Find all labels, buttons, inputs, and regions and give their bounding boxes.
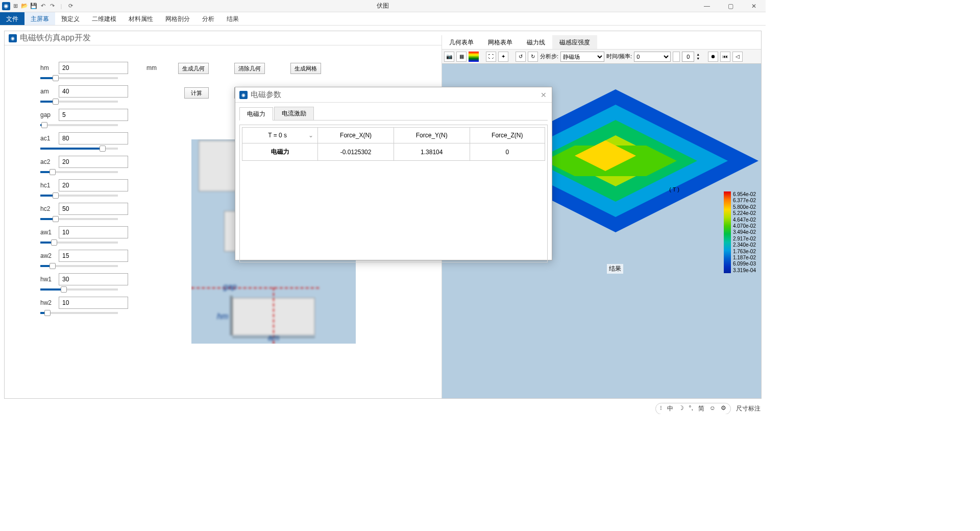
ime-lang: 中: [667, 404, 673, 413]
param-slider-ac2[interactable]: [40, 171, 118, 173]
save-icon[interactable]: 💾: [30, 2, 38, 10]
legend-labels: 6.954e-026.377e-025.800e-025.224e-024.64…: [733, 191, 756, 273]
menu-analysis[interactable]: 分析: [196, 12, 220, 25]
dialog-tab-current[interactable]: 电流激励: [274, 107, 314, 120]
camera-icon[interactable]: 📷: [444, 52, 454, 62]
legend-bar: [724, 191, 731, 273]
generate-geom-button[interactable]: 生成几何: [178, 63, 209, 74]
param-slider-hc1[interactable]: [40, 195, 118, 197]
param-input-hc1[interactable]: [59, 179, 128, 191]
em-params-dialog: ◉ 电磁参数 ✕ 电磁力 电流激励 T = 0 s ⌄ Force_X(N) F…: [235, 87, 552, 260]
force-table: T = 0 s ⌄ Force_X(N) Force_Y(N) Force_Z(…: [242, 127, 545, 161]
legend-value: 6.954e-02: [733, 191, 756, 197]
statusbar: ⁝ 中 ☽ °, 简 ☺ ⚙ 尺寸标注: [650, 403, 766, 414]
param-slider-hm[interactable]: [40, 77, 118, 79]
param-label-hm: hm: [40, 64, 56, 71]
menu-file[interactable]: 文件: [0, 12, 24, 25]
undo-icon[interactable]: ↶: [39, 2, 47, 10]
step-spin[interactable]: [682, 52, 694, 62]
param-slider-aw1[interactable]: [40, 242, 118, 244]
ime-status[interactable]: ⁝ 中 ☽ °, 简 ☺ ⚙: [655, 403, 731, 415]
viz-tab-geom[interactable]: 几何表单: [442, 35, 481, 49]
param-input-ac1[interactable]: [59, 132, 128, 144]
rotate-left-icon[interactable]: ↺: [516, 52, 526, 62]
menu-results[interactable]: 结果: [220, 12, 245, 25]
refresh-icon[interactable]: ⟳: [66, 2, 75, 10]
cell-fy: 1.38104: [394, 143, 470, 161]
smiley-icon: ☺: [709, 404, 716, 413]
viz-tab-fieldlines[interactable]: 磁力线: [520, 35, 552, 49]
menu-main-screen[interactable]: 主屏幕: [24, 12, 55, 25]
dialog-logo-icon: ◉: [239, 91, 248, 99]
param-input-hw1[interactable]: [59, 273, 128, 285]
maximize-button[interactable]: ▢: [719, 0, 742, 12]
minimize-button[interactable]: —: [695, 0, 719, 12]
geom-label-hm: hm: [217, 312, 228, 321]
legend-value: 6.099e-03: [733, 261, 756, 267]
geom-dim-arrow: [232, 337, 315, 337]
param-input-gap[interactable]: [59, 109, 128, 121]
new-icon[interactable]: ⊞: [11, 2, 19, 10]
param-input-aw1[interactable]: [59, 226, 128, 238]
legend-value: 4.647e-02: [733, 217, 756, 223]
rotate-right-icon[interactable]: ↻: [528, 52, 538, 62]
table-header-fy: Force_Y(N): [394, 128, 470, 143]
analysis-step-select[interactable]: 静磁场: [560, 52, 604, 62]
ime-simp: 简: [698, 404, 704, 413]
param-slider-ac1[interactable]: [40, 148, 118, 150]
param-input-hm[interactable]: [59, 62, 128, 74]
analysis-step-label: 分析步:: [540, 53, 558, 60]
param-input-hc2[interactable]: [59, 203, 128, 215]
legend-value: 3.319e-04: [733, 268, 756, 273]
blank-icon[interactable]: [673, 52, 680, 62]
param-label-hw2: hw2: [40, 299, 56, 306]
cube-icon[interactable]: ▦: [456, 52, 467, 62]
param-label-ac2: ac2: [40, 158, 56, 165]
close-button[interactable]: ✕: [742, 0, 766, 12]
dialog-tab-force[interactable]: 电磁力: [239, 107, 273, 120]
param-slider-gap[interactable]: [40, 124, 118, 126]
play-back-icon[interactable]: ◁: [732, 52, 743, 62]
spin-arrows[interactable]: ▲▼: [696, 53, 700, 61]
param-slider-hw2[interactable]: [40, 312, 118, 314]
param-input-hw2[interactable]: [59, 297, 128, 309]
param-input-ac2[interactable]: [59, 156, 128, 168]
menu-material[interactable]: 材料属性: [122, 12, 159, 25]
legend-value: 4.070e-02: [733, 223, 756, 229]
param-slider-am[interactable]: [40, 101, 118, 103]
dropdown-icon[interactable]: ⌄: [308, 132, 313, 139]
app-logo-icon: ◉: [2, 2, 10, 10]
param-slider-aw2[interactable]: [40, 265, 118, 267]
fit-icon[interactable]: ⛶: [486, 52, 496, 62]
color-legend: 6.954e-026.377e-025.800e-025.224e-024.64…: [724, 191, 756, 273]
result-label: 结果: [607, 264, 623, 274]
table-header-fx: Force_X(N): [318, 128, 394, 143]
legend-value: 2.340e-02: [733, 242, 756, 248]
cell-fx: -0.0125302: [318, 143, 394, 161]
menu-predefined[interactable]: 预定义: [55, 12, 86, 25]
param-slider-hc2[interactable]: [40, 218, 118, 220]
viz-tab-fluxdensity[interactable]: 磁感应强度: [552, 35, 597, 49]
gear-icon: ⚙: [721, 404, 726, 413]
menu-2d-model[interactable]: 二维建模: [86, 12, 122, 25]
param-slider-hw1[interactable]: [40, 288, 118, 291]
dialog-close-button[interactable]: ✕: [541, 91, 547, 99]
axis-icon[interactable]: ✦: [498, 52, 508, 62]
cell-name: 电磁力: [242, 143, 318, 161]
skip-start-icon[interactable]: ⏮: [720, 52, 730, 62]
moon-icon: ☽: [678, 404, 684, 413]
dialog-titlebar: ◉ 电磁参数 ✕: [235, 87, 552, 103]
param-label-aw2: aw2: [40, 252, 56, 259]
viz-tab-mesh[interactable]: 网格表单: [481, 35, 520, 49]
record-icon[interactable]: ⏺: [708, 52, 718, 62]
param-input-aw2[interactable]: [59, 250, 128, 262]
param-input-am[interactable]: [59, 85, 128, 98]
compute-button[interactable]: 计算: [184, 87, 209, 99]
generate-mesh-button[interactable]: 生成网格: [290, 63, 321, 74]
colormap-icon[interactable]: [469, 52, 479, 62]
redo-icon[interactable]: ↷: [48, 2, 56, 10]
time-freq-select[interactable]: 0: [634, 52, 671, 62]
menu-mesh[interactable]: 网格剖分: [159, 12, 196, 25]
clear-geom-button[interactable]: 清除几何: [234, 63, 265, 74]
open-icon[interactable]: 📂: [20, 2, 29, 10]
